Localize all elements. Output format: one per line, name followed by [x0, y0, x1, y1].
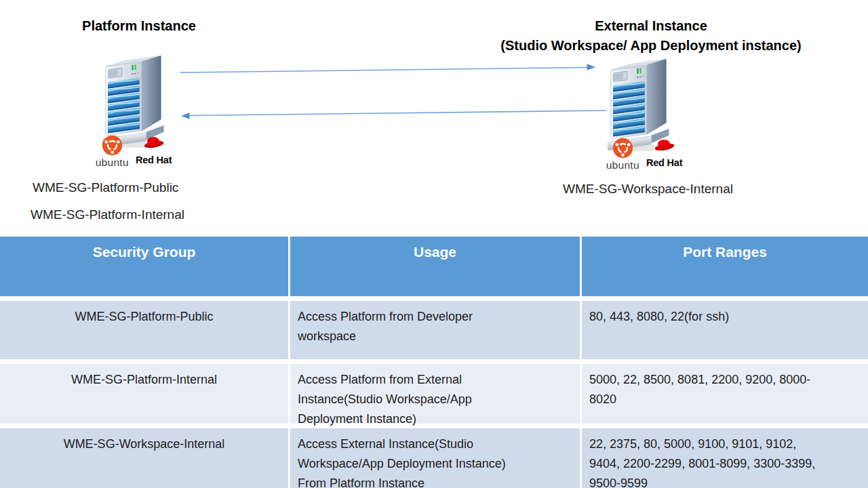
- cell-port-ranges: 5000, 22, 8500, 8081, 2200, 9200, 8000- …: [582, 364, 868, 424]
- platform-instance-title: Platform Instance: [27, 16, 251, 36]
- redhat-logo: Red Hat: [646, 138, 682, 168]
- ubuntu-icon: [612, 138, 633, 159]
- external-os-logos: ubuntu Red Hat: [603, 138, 686, 171]
- cell-security-group: WME-SG-Workspace-Internal: [0, 428, 288, 488]
- label-platform-public: WME-SG-Platform-Public: [33, 180, 178, 195]
- cell-security-group: WME-SG-Platform-Internal: [0, 364, 288, 424]
- header-usage: Usage: [290, 237, 580, 296]
- ubuntu-logo: ubuntu: [606, 138, 639, 171]
- label-platform-internal: WME-SG-Platform-Internal: [31, 207, 184, 222]
- slide-canvas: Platform Instance External Instance (Stu…: [0, 0, 868, 488]
- arrow-external-to-platform: [181, 110, 606, 119]
- table-row: WME-SG-Workspace-Internal Access Externa…: [0, 428, 868, 488]
- arrow-platform-to-external: [180, 64, 595, 73]
- table-row: WME-SG-Platform-Public Access Platform f…: [0, 301, 868, 359]
- platform-instance-title-text: Platform Instance: [82, 18, 196, 33]
- cell-port-ranges: 22, 2375, 80, 5000, 9100, 9101, 9102, 94…: [582, 428, 868, 488]
- ubuntu-icon: [102, 135, 123, 156]
- cell-port-ranges: 80, 443, 8080, 22(for ssh): [582, 301, 868, 359]
- ubuntu-logo: ubuntu: [96, 135, 129, 169]
- external-instance-title-line1: External Instance: [448, 16, 854, 36]
- external-instance-title: External Instance (Studio Workspace/ App…: [448, 16, 854, 56]
- redhat-wordmark: Red Hat: [136, 155, 172, 165]
- platform-os-logos: ubuntu Red Hat: [92, 135, 175, 169]
- platform-server-icon: [100, 49, 172, 148]
- label-workspace-internal: WME-SG-Workspace-Internal: [563, 182, 733, 197]
- header-security-group: Security Group: [0, 237, 288, 296]
- ubuntu-wordmark: ubuntu: [96, 157, 129, 169]
- redhat-logo: Red Hat: [136, 135, 172, 165]
- header-port-ranges: Port Ranges: [582, 237, 868, 296]
- table-header-row: Security Group Usage Port Ranges: [0, 237, 868, 296]
- cell-security-group: WME-SG-Platform-Public: [0, 301, 288, 359]
- redhat-wordmark: Red Hat: [646, 157, 682, 168]
- external-server-icon: [606, 52, 677, 152]
- ubuntu-wordmark: ubuntu: [606, 159, 639, 171]
- security-groups-table: Security Group Usage Port Ranges WME-SG-…: [0, 237, 868, 488]
- redhat-icon: [652, 138, 677, 156]
- redhat-icon: [141, 135, 167, 153]
- cell-usage: Access External Instance(Studio Workspac…: [290, 428, 580, 488]
- cell-usage: Access Platform from Developer workspace: [290, 301, 580, 359]
- table-row: WME-SG-Platform-Internal Access Platform…: [0, 364, 868, 424]
- cell-usage: Access Platform from External Instance(S…: [290, 364, 580, 424]
